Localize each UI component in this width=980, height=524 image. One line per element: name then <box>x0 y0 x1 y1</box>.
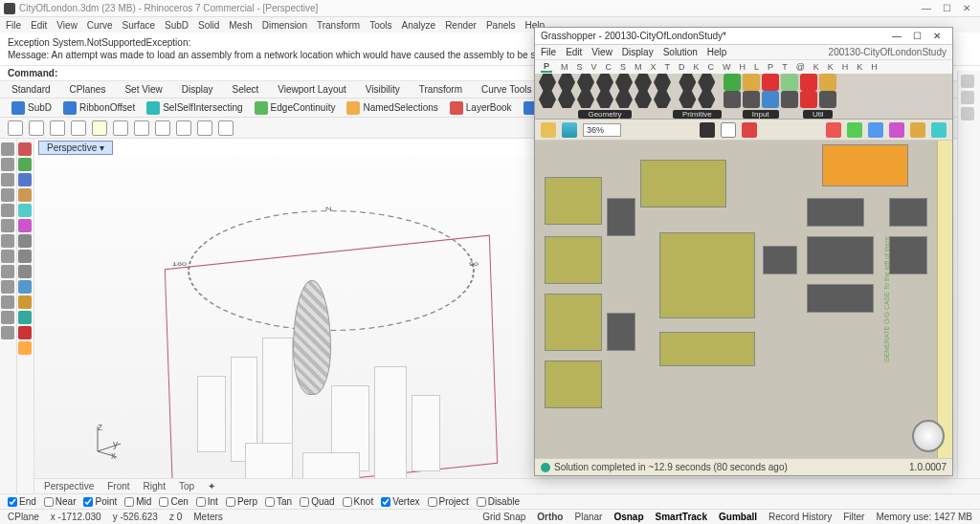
cplane-icon[interactable] <box>92 120 107 136</box>
panel-icon[interactable] <box>961 75 974 88</box>
polyline-icon[interactable] <box>1 188 14 202</box>
gh-component-icon[interactable] <box>635 74 652 91</box>
menu-surface[interactable]: Surface <box>122 20 155 31</box>
gh-component[interactable] <box>607 198 635 236</box>
ghcat-item[interactable]: S <box>577 62 583 72</box>
gh-component-icon[interactable] <box>679 91 696 108</box>
gh-component-icon[interactable] <box>635 91 652 108</box>
ghcat-item[interactable]: C <box>606 62 612 72</box>
ghcat-item[interactable]: K <box>828 62 834 72</box>
ghcat-item[interactable]: L <box>754 62 759 72</box>
gh-component-icon[interactable] <box>762 91 779 108</box>
osnap-mid[interactable]: Mid <box>124 496 151 507</box>
redo-icon[interactable] <box>134 120 149 136</box>
move-icon[interactable] <box>18 142 32 156</box>
properties-icon[interactable] <box>18 295 32 309</box>
menu-transform[interactable]: Transform <box>317 20 360 31</box>
menu-view[interactable]: View <box>56 20 78 31</box>
close-button[interactable]: ✕ <box>963 3 970 13</box>
menu-solid[interactable]: Solid <box>198 20 219 31</box>
gh-group[interactable] <box>640 160 726 207</box>
gh-component-icon[interactable] <box>654 91 671 108</box>
gh-component-icon[interactable] <box>577 74 594 91</box>
gh-component-icon[interactable] <box>781 74 798 91</box>
gh-zoom-input[interactable]: 36% <box>583 123 621 137</box>
osnap-knot[interactable]: Knot <box>343 496 374 507</box>
tab-standard[interactable]: Standard <box>11 84 51 95</box>
tool-layerbook[interactable]: LayerBook <box>446 101 516 115</box>
status-filter[interactable]: Filter <box>843 512 864 522</box>
text-icon[interactable] <box>1 311 14 324</box>
rotate-tool-icon[interactable] <box>18 173 32 186</box>
split-icon[interactable] <box>18 265 32 278</box>
tool-subd[interactable]: SubD <box>8 101 56 115</box>
ghcat-item[interactable]: H <box>740 62 746 72</box>
arc-icon[interactable] <box>1 219 14 232</box>
menu-mesh[interactable]: Mesh <box>229 20 252 31</box>
gh-canvas[interactable]: GENERATE O/G CASE To the left of there <box>535 141 952 458</box>
osnap-int[interactable]: Int <box>196 496 218 507</box>
pointer-icon[interactable] <box>1 142 14 156</box>
gh-close-button[interactable]: ✕ <box>927 31 947 41</box>
osnap-disable[interactable]: Disable <box>477 496 520 507</box>
gh-maximize-button[interactable]: ☐ <box>907 31 927 41</box>
tool-selselfintersecting[interactable]: SelSelfIntersecting <box>143 101 246 115</box>
panel-icon[interactable] <box>961 107 974 120</box>
ghcat-item[interactable]: T <box>782 62 788 72</box>
viewport-title[interactable]: Perspective ▾ <box>38 141 113 155</box>
gh-component-icon[interactable] <box>539 91 556 108</box>
rect-icon[interactable] <box>1 234 14 248</box>
ghcat-item[interactable]: H <box>842 62 849 72</box>
gh-component-icon[interactable] <box>577 91 594 108</box>
gh-group-label[interactable]: Util <box>803 110 834 119</box>
gh-component-icon[interactable] <box>596 74 613 91</box>
gh-shaded-icon[interactable] <box>868 122 883 138</box>
array-icon[interactable] <box>18 219 32 232</box>
gh-component-icon[interactable] <box>743 91 760 108</box>
status-smarttrack[interactable]: SmartTrack <box>656 512 707 522</box>
osnap-end[interactable]: End <box>8 496 36 507</box>
status-gridsnap[interactable]: Grid Snap <box>482 512 525 522</box>
ghcat-item[interactable]: P <box>768 62 773 72</box>
ghcat-item[interactable]: V <box>591 62 597 72</box>
gh-preview-icon[interactable] <box>721 122 736 138</box>
gh-component-icon[interactable] <box>819 74 836 91</box>
gh-group-label[interactable]: Geometry <box>578 110 631 119</box>
osnap-quad[interactable]: Quad <box>300 496 334 507</box>
vptab-perspective[interactable]: Perspective <box>44 481 94 491</box>
explode-icon[interactable] <box>18 280 32 294</box>
gh-component[interactable] <box>889 236 927 274</box>
menu-edit[interactable]: Edit <box>31 20 47 31</box>
gh-component[interactable] <box>807 236 874 274</box>
status-planar[interactable]: Planar <box>574 512 602 522</box>
gh-save-icon[interactable] <box>562 122 577 138</box>
gh-compass-dial[interactable] <box>912 420 945 452</box>
gh-component-icon[interactable] <box>596 91 613 108</box>
gh-component[interactable] <box>607 313 635 351</box>
gh-menu-file[interactable]: File <box>541 47 556 57</box>
open-icon[interactable] <box>29 120 44 136</box>
render-icon[interactable] <box>218 120 234 136</box>
surface-icon[interactable] <box>1 265 14 278</box>
osnap-project[interactable]: Project <box>428 496 469 507</box>
tab-curvetools[interactable]: Curve Tools <box>481 84 532 95</box>
vptab-top[interactable]: Top <box>179 481 194 491</box>
gh-recompute-icon[interactable] <box>931 122 947 138</box>
gh-group[interactable] <box>545 360 602 408</box>
ghcat-item[interactable]: S <box>620 62 626 72</box>
vptab-right[interactable]: Right <box>144 481 166 491</box>
gh-wireframe-icon[interactable] <box>889 122 904 138</box>
gh-open-icon[interactable] <box>541 122 556 138</box>
minimize-button[interactable]: — <box>922 3 931 13</box>
gh-zoomextents-icon[interactable] <box>700 122 715 138</box>
gh-sketch-icon[interactable] <box>742 122 757 138</box>
tool-ribbonoffset[interactable]: RibbonOffset <box>59 101 139 115</box>
gh-component-icon[interactable] <box>558 91 575 108</box>
menu-file[interactable]: File <box>6 20 21 31</box>
osnap-perp[interactable]: Perp <box>226 496 257 507</box>
gh-group[interactable] <box>545 294 602 351</box>
gh-component-icon[interactable] <box>724 74 741 91</box>
gh-component-icon[interactable] <box>819 91 836 108</box>
gh-component-icon[interactable] <box>698 74 715 91</box>
curve-icon[interactable] <box>1 250 14 263</box>
